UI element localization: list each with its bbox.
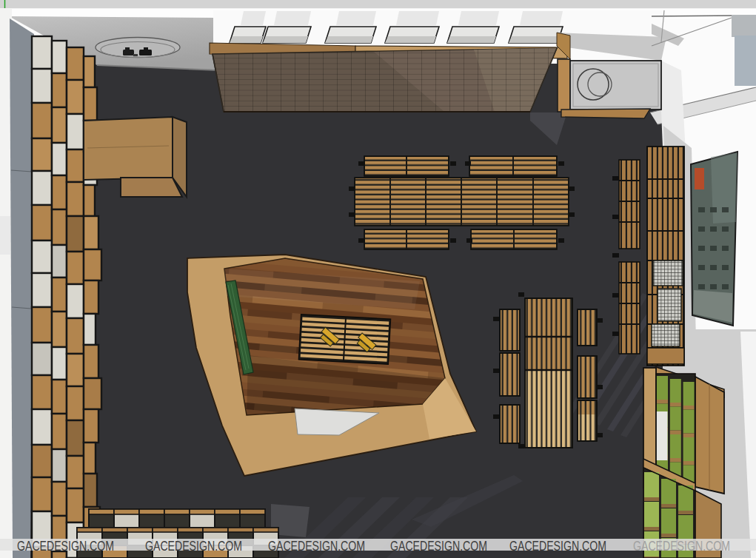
svg-text:GACEDESIGN.COM: GACEDESIGN.COM [17, 538, 114, 554]
svg-text:GACEDESIGN.COM: GACEDESIGN.COM [145, 538, 242, 554]
svg-text:GACEDESIGN.COM: GACEDESIGN.COM [390, 538, 487, 554]
svg-text:GACEDESIGN.COM: GACEDESIGN.COM [268, 538, 365, 554]
svg-text:GACEDESIGN.COM: GACEDESIGN.COM [509, 538, 606, 554]
svg-text:GACEDESIGN.COM: GACEDESIGN.COM [633, 538, 730, 554]
